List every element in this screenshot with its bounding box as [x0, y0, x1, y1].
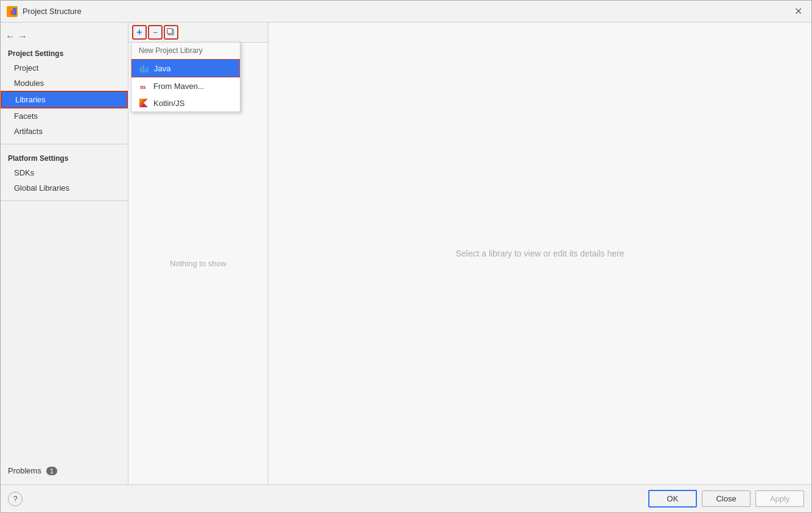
sidebar-divider-2 [1, 200, 128, 201]
help-button[interactable]: ? [8, 492, 23, 506]
sidebar-item-global-libraries[interactable]: Global Libraries [1, 180, 128, 196]
platform-settings-label: Platform Settings [1, 149, 128, 165]
sidebar-item-libraries[interactable]: Libraries [1, 91, 128, 108]
problems-label: Problems [8, 466, 41, 475]
java-label: Java [154, 64, 170, 73]
svg-rect-4 [167, 29, 172, 34]
svg-rect-6 [142, 65, 144, 73]
main-area: + − New Project Library [128, 23, 811, 484]
svg-rect-2 [10, 10, 14, 15]
title-bar-left: Project Structure [7, 6, 82, 17]
toolbar: + − [128, 23, 268, 43]
remove-button[interactable]: − [148, 25, 163, 40]
new-library-dropdown: New Project Library Java [131, 42, 240, 112]
sidebar: ← → Project Settings Project Modules Lib… [1, 23, 128, 484]
dropdown-item-java[interactable]: Java [131, 59, 240, 77]
svg-rect-5 [140, 67, 142, 73]
dialog-footer: ? OK Close Apply [1, 484, 811, 512]
kotlin-label: Kotlin/JS [153, 99, 184, 108]
svg-rect-8 [147, 66, 149, 73]
select-library-placeholder: Select a library to view or edit its det… [455, 249, 624, 258]
nav-arrows: ← → [1, 29, 128, 44]
close-button[interactable]: ✕ [791, 4, 805, 19]
kotlin-icon [139, 98, 149, 108]
apply-button[interactable]: Apply [755, 490, 804, 507]
footer-left: ? [8, 492, 23, 506]
title-bar: Project Structure ✕ [1, 1, 811, 23]
back-button[interactable]: ← [5, 31, 15, 42]
sidebar-item-modules[interactable]: Modules [1, 76, 128, 91]
left-panel: + − New Project Library [128, 23, 268, 484]
maven-icon: m [139, 81, 149, 91]
copy-button[interactable] [164, 25, 178, 40]
dialog-body: ← → Project Settings Project Modules Lib… [1, 23, 811, 484]
dropdown-item-maven[interactable]: m From Maven... [131, 77, 240, 94]
sidebar-item-artifacts[interactable]: Artifacts [1, 124, 128, 139]
svg-text:m: m [140, 83, 145, 90]
java-icon [139, 63, 149, 73]
dialog-title: Project Structure [23, 7, 82, 16]
sidebar-divider [1, 144, 128, 144]
problems-section[interactable]: Problems 1 [1, 463, 128, 478]
right-panel: Select a library to view or edit its det… [268, 23, 811, 484]
svg-rect-7 [145, 68, 147, 73]
dropdown-header: New Project Library [131, 43, 240, 59]
forward-button[interactable]: → [18, 31, 27, 42]
ok-button[interactable]: OK [648, 490, 697, 508]
sidebar-item-facets[interactable]: Facets [1, 108, 128, 124]
maven-label: From Maven... [153, 82, 205, 91]
sidebar-item-project[interactable]: Project [1, 60, 128, 76]
problems-badge: 1 [46, 467, 57, 475]
footer-close-button[interactable]: Close [702, 490, 751, 507]
add-button[interactable]: + [132, 25, 147, 40]
project-structure-dialog: Project Structure ✕ ← → Project Settings… [0, 0, 812, 513]
app-icon [7, 6, 18, 17]
dropdown-item-kotlin[interactable]: Kotlin/JS [131, 94, 240, 111]
sidebar-item-sdks[interactable]: SDKs [1, 165, 128, 180]
project-settings-label: Project Settings [1, 44, 128, 60]
